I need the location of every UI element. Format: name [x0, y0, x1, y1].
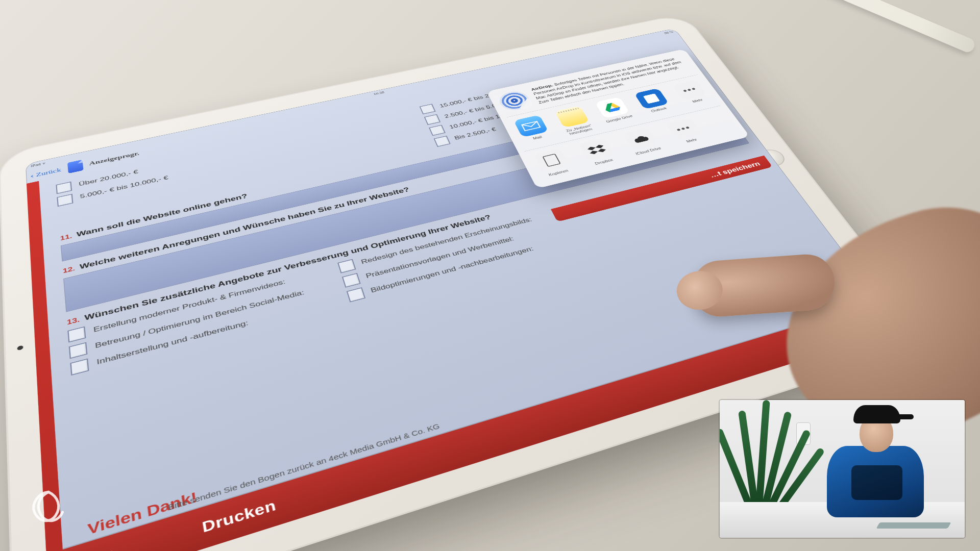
apple-pencil — [708, 0, 976, 54]
question-number: 11. — [60, 233, 72, 242]
mail-icon — [513, 115, 549, 137]
checkbox[interactable] — [429, 125, 446, 136]
checkbox[interactable] — [67, 327, 86, 343]
presenter-torso — [827, 446, 924, 517]
checkbox[interactable] — [424, 114, 440, 125]
pip-tablet — [876, 522, 951, 529]
presenter — [812, 405, 929, 517]
share-app-notes[interactable]: Zu „Notizen“ hinzufügen — [552, 105, 598, 137]
checkbox[interactable] — [434, 136, 451, 147]
more-icon — [666, 117, 702, 140]
checkbox[interactable] — [347, 287, 365, 303]
action-copy[interactable]: Kopieren — [529, 147, 578, 179]
action-dropbox[interactable]: Dropbox — [574, 137, 623, 168]
checkbox[interactable] — [342, 273, 361, 288]
checkbox[interactable] — [57, 194, 73, 207]
scene: iPad ᯤ 16:38 86 % ‹ Zurück Anzeigeprogr.… — [0, 0, 980, 551]
share-app-mail[interactable]: Mail — [510, 114, 556, 146]
share-app-drive[interactable]: Google Drive — [592, 96, 638, 127]
action-more[interactable]: Mehr — [661, 116, 709, 146]
index-finger — [690, 253, 837, 318]
back-chevron-icon[interactable]: ‹ — [30, 172, 34, 180]
checkbox[interactable] — [337, 259, 356, 273]
checkbox[interactable] — [69, 342, 88, 359]
front-camera — [17, 345, 23, 350]
question-number: 13. — [67, 316, 80, 326]
app-label: Mail — [532, 135, 543, 140]
chat-icon[interactable]: ✎ — [96, 543, 130, 551]
action-label: Mehr — [685, 137, 698, 143]
app-label: Mehr — [692, 98, 703, 103]
presenter-cap — [853, 405, 900, 423]
more-icon — [672, 80, 707, 101]
watermark-logo — [27, 487, 70, 531]
share-app-more[interactable]: Mehr — [670, 79, 716, 109]
checkbox[interactable] — [70, 358, 89, 375]
back-button[interactable]: Zurück — [36, 167, 61, 177]
action-icloud[interactable]: iCloud Drive — [618, 127, 667, 157]
checkbox[interactable] — [420, 104, 436, 114]
presenter-pip — [720, 400, 965, 538]
checkbox[interactable] — [56, 182, 72, 194]
airdrop-icon — [496, 89, 533, 113]
share-app-outlook[interactable]: Outlook — [631, 87, 677, 117]
question-number: 12. — [62, 265, 75, 274]
